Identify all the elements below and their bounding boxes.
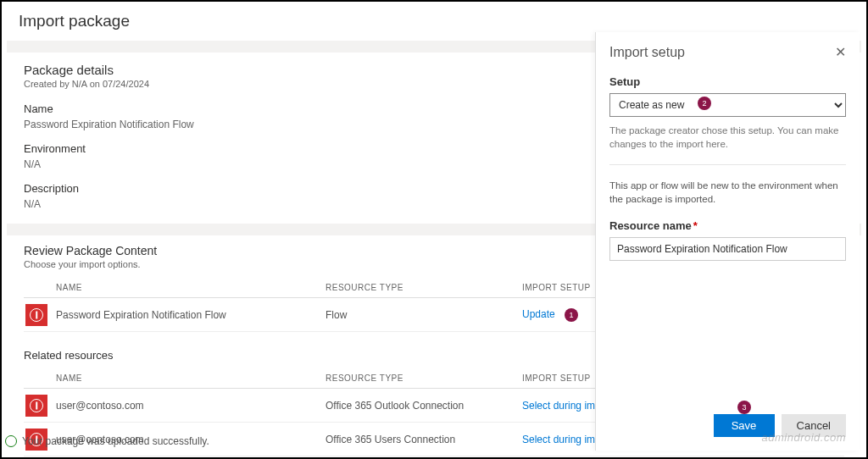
col-name: NAME: [54, 373, 326, 383]
status-text: Your package was uploaded successfully.: [22, 435, 209, 447]
setup-help-text: The package creator chose this setup. Yo…: [609, 124, 846, 151]
col-type: RESOURCE TYPE: [326, 373, 522, 383]
row-name: Password Expiration Notification Flow: [54, 309, 326, 321]
step-badge-3: 3: [737, 401, 751, 414]
divider: [609, 164, 846, 165]
col-type: RESOURCE TYPE: [326, 283, 522, 292]
connection-icon: [25, 395, 47, 417]
resource-name-label: Resource name*: [609, 219, 846, 232]
col-name: NAME: [54, 283, 326, 292]
setup-label: Setup: [609, 75, 846, 88]
flow-icon: [25, 304, 47, 326]
success-icon: [5, 435, 17, 447]
close-icon[interactable]: ✕: [835, 44, 846, 60]
setup-select[interactable]: Create as new: [609, 93, 846, 117]
panel-title: Import setup: [609, 45, 685, 60]
watermark: admindroid.com: [762, 431, 847, 444]
import-setup-panel: Import setup ✕ Setup Create as new 2 The…: [595, 32, 860, 451]
resource-name-input[interactable]: [609, 237, 846, 261]
row-type: Office 365 Outlook Connection: [326, 400, 522, 412]
row-type: Flow: [326, 309, 522, 321]
required-asterisk: *: [693, 219, 698, 232]
step-badge-2: 2: [698, 97, 711, 110]
import-setup-link[interactable]: Update: [522, 308, 555, 320]
setup-note: This app or flow will be new to the envi…: [609, 179, 846, 206]
row-name: user@contoso.com: [54, 400, 326, 412]
step-badge-1: 1: [565, 308, 578, 322]
